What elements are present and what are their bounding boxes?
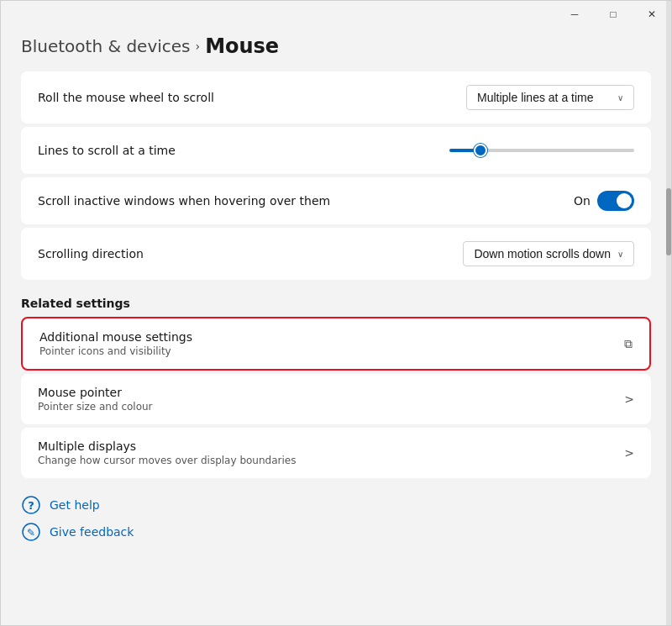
chevron-right-icon-2: > (624, 446, 634, 460)
multiple-displays-title: Multiple displays (38, 439, 296, 453)
get-help-link[interactable]: ? Get help (21, 495, 651, 515)
inactive-windows-toggle-container: On (574, 191, 634, 211)
give-feedback-link[interactable]: ✎ Give feedback (21, 522, 651, 542)
chevron-right-icon: > (624, 392, 634, 406)
svg-text:✎: ✎ (27, 527, 35, 539)
scrollbar-thumb (666, 188, 671, 255)
inactive-windows-card: Scroll inactive windows when hovering ov… (21, 177, 651, 224)
toggle-track (597, 191, 634, 211)
give-feedback-label: Give feedback (50, 525, 134, 539)
related-settings-header: Related settings (21, 297, 651, 310)
multiple-displays-subtitle: Change how cursor moves over display bou… (38, 455, 296, 466)
lines-scroll-label: Lines to scroll at a time (38, 144, 176, 157)
breadcrumb-parent[interactable]: Bluetooth & devices (21, 36, 191, 56)
header: Bluetooth & devices › Mouse (1, 28, 671, 71)
scrolling-direction-card: Scrolling direction Down motion scrolls … (21, 228, 651, 280)
scroll-wheel-label: Roll the mouse wheel to scroll (38, 91, 214, 104)
get-help-label: Get help (50, 498, 100, 512)
lines-scroll-slider-container (449, 149, 634, 152)
maximize-button[interactable]: □ (594, 1, 633, 28)
titlebar: ─ □ ✕ (1, 1, 671, 28)
scrolling-direction-dropdown[interactable]: Down motion scrolls down ∨ (463, 241, 634, 266)
lines-scroll-slider[interactable] (449, 149, 634, 152)
scrolling-direction-label: Scrolling direction (38, 247, 144, 260)
inactive-windows-value: On (574, 194, 591, 208)
additional-mouse-settings-text: Additional mouse settings Pointer icons … (39, 330, 192, 357)
get-help-icon: ? (21, 495, 41, 515)
lines-scroll-row: Lines to scroll at a time (21, 127, 651, 174)
lines-scroll-card: Lines to scroll at a time (21, 127, 651, 174)
scroll-wheel-dropdown[interactable]: Multiple lines at a time ∨ (466, 85, 634, 110)
close-icon: ✕ (648, 8, 656, 20)
inactive-windows-label: Scroll inactive windows when hovering ov… (38, 194, 330, 208)
content-area: Roll the mouse wheel to scroll Multiple … (1, 71, 671, 625)
multiple-displays-row[interactable]: Multiple displays Change how cursor move… (21, 428, 651, 478)
mouse-pointer-title: Mouse pointer (38, 386, 153, 399)
give-feedback-icon: ✎ (21, 522, 41, 542)
maximize-icon: □ (610, 8, 616, 20)
scroll-wheel-row: Roll the mouse wheel to scroll Multiple … (21, 71, 651, 124)
scroll-wheel-card: Roll the mouse wheel to scroll Multiple … (21, 71, 651, 124)
help-section: ? Get help ✎ Give feedback (21, 495, 651, 542)
minimize-button[interactable]: ─ (555, 1, 594, 28)
breadcrumb-current: Mouse (205, 34, 279, 58)
mouse-pointer-row[interactable]: Mouse pointer Pointer size and colour > (21, 374, 651, 424)
scrollbar[interactable] (666, 1, 671, 625)
svg-text:?: ? (28, 499, 34, 512)
scrolling-direction-row: Scrolling direction Down motion scrolls … (21, 228, 651, 280)
additional-mouse-settings-row[interactable]: Additional mouse settings Pointer icons … (21, 317, 651, 371)
breadcrumb-separator: › (196, 39, 201, 53)
multiple-displays-text: Multiple displays Change how cursor move… (38, 439, 296, 466)
mouse-pointer-text: Mouse pointer Pointer size and colour (38, 386, 153, 413)
chevron-down-icon-2: ∨ (617, 250, 623, 259)
mouse-pointer-subtitle: Pointer size and colour (38, 401, 153, 413)
minimize-icon: ─ (571, 8, 579, 20)
toggle-thumb (617, 193, 632, 208)
external-link-icon: ⧉ (624, 337, 633, 351)
breadcrumb: Bluetooth & devices › Mouse (21, 34, 651, 58)
additional-mouse-settings-title: Additional mouse settings (39, 330, 192, 344)
chevron-down-icon: ∨ (617, 93, 623, 103)
scrolling-direction-value: Down motion scrolls down (474, 247, 611, 260)
additional-mouse-settings-subtitle: Pointer icons and visibility (39, 345, 192, 357)
window: ─ □ ✕ Bluetooth & devices › Mouse Roll t… (0, 0, 672, 626)
scroll-wheel-value: Multiple lines at a time (477, 91, 594, 104)
inactive-windows-row: Scroll inactive windows when hovering ov… (21, 177, 651, 224)
inactive-windows-toggle[interactable] (597, 191, 634, 211)
